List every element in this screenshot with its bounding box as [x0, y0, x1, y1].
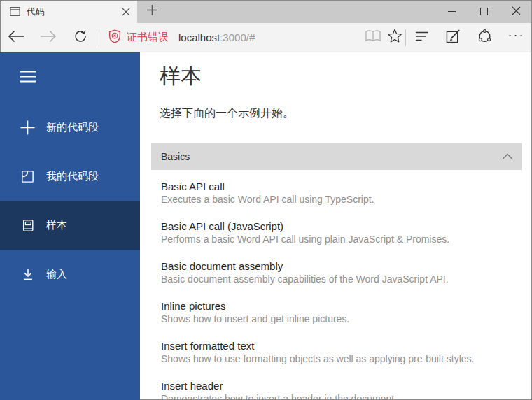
page-favicon-icon — [10, 7, 20, 16]
sidebar-item-my-snippets[interactable]: 我的代码段 — [0, 152, 140, 201]
book-icon — [20, 218, 36, 233]
sample-title: Insert formatted text — [161, 339, 522, 352]
section-header-label: Basics — [161, 151, 190, 162]
sample-description: Shows how to use formatting objects as w… — [161, 352, 522, 366]
sample-description: Shows how to insert and get inline pictu… — [161, 313, 522, 326]
list-item-basic-api-call-js[interactable]: Basic API call (JavaScript) Performs a b… — [151, 220, 522, 246]
maximize-button[interactable] — [468, 0, 500, 23]
sample-title: Inline pictures — [161, 299, 522, 313]
list-item-insert-formatted-text[interactable]: Insert formatted text Shows how to use f… — [151, 339, 522, 366]
favorites-button[interactable] — [384, 23, 405, 52]
certificate-error-badge[interactable]: 证书错误 — [108, 29, 169, 45]
close-button[interactable] — [500, 0, 532, 23]
tab-title: 代码 — [27, 6, 115, 18]
refresh-button[interactable] — [64, 23, 97, 52]
url-host: localhost — [178, 31, 220, 43]
plus-icon — [20, 120, 36, 136]
share-button[interactable] — [469, 23, 500, 52]
share-icon — [477, 29, 492, 46]
hub-button[interactable] — [406, 23, 438, 52]
sample-title: Insert header — [161, 379, 522, 392]
sidebar-item-label: 新的代码段 — [46, 121, 99, 134]
list-item-insert-header[interactable]: Insert header Demonstrates how to insert… — [151, 379, 522, 400]
close-icon — [512, 6, 521, 18]
sidebar-item-samples[interactable]: 样本 — [0, 201, 140, 250]
more-actions-button[interactable]: ··· — [500, 23, 532, 52]
url-path: :3000/# — [220, 31, 255, 43]
sidebar-nav: 新的代码段 我的代码段 样本 — [0, 103, 140, 299]
sidebar-item-import[interactable]: 输入 — [0, 250, 140, 299]
sample-description: Basic document assembly capabilities of … — [161, 273, 522, 286]
maximize-icon — [480, 8, 488, 15]
sample-list: Basic API call Executes a basic Word API… — [151, 180, 522, 400]
menu-toggle-button[interactable] — [20, 71, 36, 85]
addressbar-divider — [97, 29, 97, 46]
hamburger-icon — [20, 73, 36, 85]
ellipsis-icon: ··· — [508, 28, 525, 47]
shield-error-icon — [108, 29, 121, 45]
address-bar: 证书错误 localhost:3000/# — [0, 23, 532, 52]
sample-title: Basic API call (JavaScript) — [161, 220, 522, 233]
sidebar-item-new-snippet[interactable]: 新的代码段 — [0, 103, 140, 152]
forward-button[interactable] — [32, 23, 64, 52]
tab-strip: 代码 — [0, 0, 532, 23]
minimize-icon — [448, 11, 456, 12]
plus-icon — [146, 4, 158, 19]
refresh-icon — [74, 29, 88, 46]
back-button[interactable] — [0, 23, 32, 52]
back-arrow-icon — [8, 30, 24, 45]
minimize-button[interactable] — [435, 0, 468, 23]
snippet-icon — [20, 169, 36, 184]
sample-description: Performs a basic Word API call using pla… — [161, 233, 522, 246]
edit-pencil-icon — [446, 29, 461, 46]
import-icon — [20, 267, 36, 282]
list-item-inline-pictures[interactable]: Inline pictures Shows how to insert and … — [151, 299, 522, 326]
tab-close-icon[interactable] — [122, 8, 130, 16]
web-note-button[interactable] — [438, 23, 469, 52]
certificate-error-label: 证书错误 — [127, 31, 169, 44]
browser-window: 代码 — [0, 0, 532, 400]
browser-tab[interactable]: 代码 — [0, 0, 137, 23]
star-icon — [387, 29, 402, 46]
new-tab-button[interactable] — [137, 0, 167, 23]
sample-description: Demonstrates how to insert a header in t… — [161, 392, 522, 400]
sidebar: 新的代码段 我的代码段 样本 — [0, 52, 140, 400]
sample-title: Basic document assembly — [161, 259, 522, 273]
reading-view-button[interactable] — [362, 23, 384, 52]
sample-title: Basic API call — [161, 180, 522, 193]
url-field[interactable]: localhost:3000/# — [178, 31, 255, 43]
page-title: 样本 — [160, 64, 532, 89]
main-content: 样本 选择下面的一个示例开始。 Basics Basic API call Ex… — [140, 52, 532, 400]
hub-lines-icon — [415, 31, 429, 44]
window-controls — [435, 0, 532, 23]
samples-section: Basics Basic API call Executes a basic W… — [151, 143, 522, 400]
section-header-basics[interactable]: Basics — [151, 143, 522, 170]
sidebar-item-label: 我的代码段 — [46, 170, 99, 183]
forward-arrow-icon — [40, 30, 57, 45]
sidebar-item-label: 输入 — [46, 268, 67, 281]
chevron-up-icon — [501, 151, 514, 162]
app-content: 新的代码段 我的代码段 样本 — [0, 52, 532, 400]
sidebar-item-label: 样本 — [46, 219, 67, 232]
list-item-basic-document-assembly[interactable]: Basic document assembly Basic document a… — [151, 259, 522, 286]
sample-description: Executes a basic Word API call using Typ… — [161, 193, 522, 206]
reading-view-book-icon — [365, 30, 381, 45]
page-subtitle: 选择下面的一个示例开始。 — [160, 107, 532, 120]
list-item-basic-api-call[interactable]: Basic API call Executes a basic Word API… — [151, 180, 522, 206]
